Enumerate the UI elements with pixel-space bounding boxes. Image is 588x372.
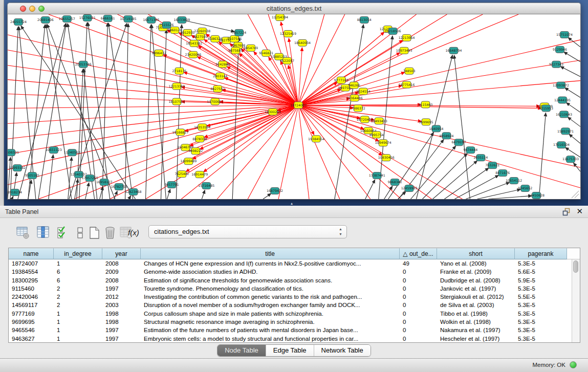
network-node[interactable]: 8215953 [539,105,553,112]
network-node[interactable]: 12450628 [528,192,545,199]
network-node[interactable]: 16648794 [445,47,462,54]
delete-icon[interactable] [103,226,117,239]
table-row[interactable]: 911546021997Tourette syndrome. Phenomeno… [9,285,580,293]
network-node[interactable]: 10973493 [396,47,412,54]
table-scrollbar-thumb[interactable] [573,260,578,273]
network-window-titlebar[interactable]: citations_edges.txt [7,3,581,14]
network-node[interactable]: 15892971 [557,128,574,135]
network-view-window[interactable]: citations_edges.txt 18724007716382288601… [7,3,581,200]
network-node[interactable]: 15276021 [79,14,96,21]
network-node[interactable]: 12213964 [399,34,415,41]
network-node[interactable]: 746266 [348,82,360,89]
table-row[interactable]: 1456911722003Disruption of a novel membe… [9,301,580,309]
network-node[interactable]: 20364486 [346,95,363,101]
network-node[interactable]: 9699695 [419,119,433,125]
network-node[interactable]: 9474444 [463,147,477,154]
network-node[interactable]: 14099489 [180,158,197,165]
table-scrollbar[interactable] [572,259,580,342]
network-node[interactable]: 11700652 [207,98,223,105]
network-node[interactable]: 20691406 [37,16,54,23]
network-node[interactable]: 16353594 [194,124,210,130]
network-node[interactable]: 748503 [403,68,416,74]
network-node[interactable]: 10651123 [46,147,62,154]
network-node[interactable]: 15716485 [198,183,214,189]
network-node[interactable]: 25606501 [8,149,19,156]
function-builder-icon[interactable]: f(x) [128,228,141,242]
new-document-icon[interactable] [88,226,101,239]
network-node[interactable]: 19218506 [385,28,401,34]
table-row[interactable]: 1938455462009Genome-wide association stu… [9,268,580,276]
column-header-name[interactable]: name [9,248,54,259]
column-header-in-degree[interactable]: in_degree [54,248,102,259]
network-node[interactable]: 16033809 [173,16,190,23]
network-node[interactable]: 8958924 [440,133,454,139]
table-row[interactable]: 946362711997Embryonic stem cells: a mode… [9,335,580,343]
network-node[interactable]: 8813054 [357,16,372,23]
table-source-select[interactable]: citations_edges.txt ▲▼ [148,225,347,238]
network-node[interactable]: 19166827 [172,129,188,136]
unselect-rows-icon[interactable] [74,226,87,239]
column-select-icon[interactable] [37,226,50,239]
table-row[interactable]: 1830029562008Estimation of significance … [9,276,580,285]
select-all-rows-icon[interactable] [56,226,70,239]
network-node[interactable]: 2718176 [172,68,186,74]
network-node[interactable]: 7857224 [232,29,246,36]
network-node[interactable]: 12444195 [554,97,571,103]
column-header-pagerank[interactable]: pagerank [515,248,567,259]
network-node[interactable]: 7632621 [485,162,499,169]
network-node[interactable]: 10655257 [59,15,75,22]
network-node[interactable]: 9498222 [188,148,203,155]
network-node[interactable]: 16210643 [556,111,572,118]
network-node[interactable]: 10949674 [375,140,391,146]
network-node[interactable]: 12459983 [401,185,418,192]
network-node[interactable]: 16879432 [267,188,283,194]
tab-edge-table[interactable]: Edge Table [266,345,314,356]
network-node[interactable]: 18107554 [168,98,185,105]
network-node[interactable]: 11254394 [272,14,288,20]
network-node[interactable]: 16958107 [96,179,113,186]
close-icon[interactable]: ✕ [576,207,583,216]
network-node[interactable]: 13387441 [369,172,385,179]
network-node[interactable]: 8427552 [210,85,225,92]
network-node[interactable]: 9777169 [334,77,349,83]
tab-node-table[interactable]: Node Table [217,345,266,356]
network-node[interactable]: 24055724 [10,18,27,25]
network-node[interactable]: 12213369 [168,83,185,90]
network-node[interactable]: 12093872 [553,82,569,89]
table-row[interactable]: 977716911998Corpus callosum shape and si… [9,310,580,318]
column-header-title[interactable]: title [141,248,400,259]
network-node[interactable]: 10719185 [120,15,137,22]
network-node[interactable]: 20053346 [75,61,92,68]
table-row[interactable]: 969969511998Structural magnetic resonanc… [9,318,580,326]
network-node[interactable]: 16782759 [111,184,127,190]
table-row[interactable]: 1872400712008Changes of HCN gene express… [9,259,580,268]
tab-network-table[interactable]: Network Table [314,345,371,356]
network-node[interactable]: 8471676 [495,170,510,177]
table-settings-icon[interactable] [16,226,30,239]
network-node[interactable]: 11675333 [562,156,579,163]
network-node[interactable]: 7386372 [351,105,365,112]
network-node[interactable]: 9129946 [553,46,567,53]
network-node[interactable]: 8995754 [369,132,384,138]
network-node[interactable]: 8918234 [8,189,22,196]
table-row[interactable]: 946554611997Estimation of the future num… [9,326,580,334]
network-canvas[interactable]: 1872400771638228860128891293522260538982… [7,14,581,200]
network-node[interactable]: 12823468 [125,189,142,195]
column-header-year[interactable]: year [102,248,141,259]
network-node[interactable]: 9505185 [25,172,39,179]
network-node[interactable]: 1640954 [429,125,444,132]
network-node[interactable]: 6466161 [101,15,115,21]
network-node[interactable]: 8878334 [192,136,207,142]
column-header-out-de-[interactable]: △ out_de... [400,248,437,259]
network-node[interactable]: 9827505 [193,33,207,40]
network-node[interactable]: 12325419 [280,30,296,37]
network-node[interactable]: 16671385 [143,16,160,23]
network-node[interactable]: 23420046 [185,51,201,58]
network-node[interactable]: 10830456 [378,155,395,161]
network-node[interactable]: 17016504 [553,142,570,148]
network-node[interactable]: 9868342 [388,179,402,186]
table-row[interactable]: 2242004622012Investigating the contribut… [9,293,580,301]
network-node[interactable]: 15751074 [556,31,573,38]
float-window-icon[interactable] [562,208,571,216]
network-node[interactable]: 11240563 [64,149,80,156]
